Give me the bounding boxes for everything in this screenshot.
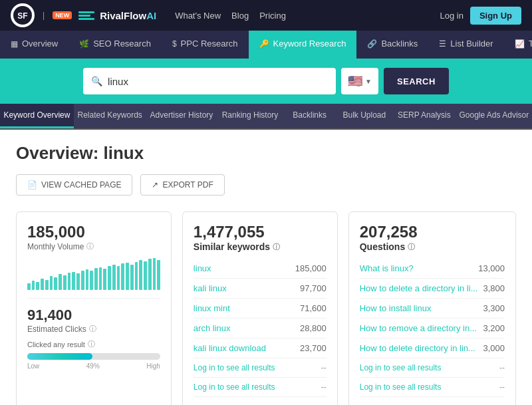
similar-keywords-title: Similar keywords ⓘ xyxy=(194,241,327,252)
subnav-serp-analysis[interactable]: SERP Analysis xyxy=(392,104,456,128)
nav-ppc-research[interactable]: $ PPC Research xyxy=(162,31,249,59)
svg-text:SF: SF xyxy=(17,11,27,21)
subnav-keyword-overview[interactable]: Keyword Overview xyxy=(0,104,74,128)
tracking-icon: 📈 xyxy=(515,39,525,49)
svg-rect-3 xyxy=(78,15,90,17)
search-input-wrapper: 🔍 xyxy=(83,68,336,94)
monthly-info-icon[interactable]: ⓘ xyxy=(86,241,94,251)
question-name-3[interactable]: How to remove a directory in... xyxy=(360,323,478,333)
login-val-0: -- xyxy=(321,363,327,372)
questions-list: What is linux? 13,000 How to delete a di… xyxy=(360,259,505,397)
question-name-2[interactable]: How to install linux xyxy=(360,303,478,313)
subnav-bulk-upload[interactable]: Bulk Upload xyxy=(336,104,392,128)
questions-info-icon[interactable]: ⓘ xyxy=(408,242,415,252)
question-row-3: How to remove a directory in... 3,200 xyxy=(360,319,505,338)
volume-chart xyxy=(27,257,160,290)
login-text-0[interactable]: Log in to see all results xyxy=(194,363,275,372)
similar-keywords-number: 1,477,055 xyxy=(194,223,327,241)
keyword-name-1[interactable]: kali linux xyxy=(194,283,227,293)
question-vol-0: 13,000 xyxy=(478,263,505,273)
question-row-2: How to install linux 3,300 xyxy=(360,299,505,319)
q-login-text-1[interactable]: Log in to see all results xyxy=(360,382,442,392)
signup-button[interactable]: Sign Up xyxy=(470,7,521,25)
nav-seo-label: SEO Research xyxy=(93,39,151,49)
subnav-backlinks[interactable]: Backlinks xyxy=(283,104,336,128)
rivalflow-logo: NEW RivalFlowAI xyxy=(53,9,156,22)
blog-link[interactable]: Blog xyxy=(231,11,249,21)
question-row-4: How to delete directory in lin... 3,000 xyxy=(360,338,505,358)
nav-keyword-label: Keyword Research xyxy=(273,39,346,49)
keyword-name-0[interactable]: linux xyxy=(194,263,211,273)
subnav-advertiser-history[interactable]: Advertiser History xyxy=(146,104,217,128)
spyfu-logo: SF xyxy=(11,3,35,27)
keyword-row-3: arch linux 28,800 xyxy=(194,319,327,338)
country-selector[interactable]: 🇺🇸 ▼ xyxy=(341,68,378,94)
spyfu-logo-area: SF | NEW RivalFlowAI xyxy=(11,3,156,27)
subnav-google-ads-advisor[interactable]: Google Ads Advisor xyxy=(456,104,532,128)
backlinks-icon: 🔗 xyxy=(367,39,377,49)
keyword-vol-3: 28,800 xyxy=(300,323,327,333)
similar-info-icon[interactable]: ⓘ xyxy=(273,242,280,252)
keyword-vol-2: 71,600 xyxy=(300,303,327,313)
nav-list-builder[interactable]: ☰ List Builder xyxy=(428,31,503,59)
sub-navigation: Keyword Overview Related Keywords Advert… xyxy=(0,104,532,130)
q-login-row-0: Log in to see all results -- xyxy=(360,358,505,378)
nav-list-label: List Builder xyxy=(450,39,493,49)
question-name-0[interactable]: What is linux? xyxy=(360,263,473,273)
subnav-related-keywords[interactable]: Related Keywords xyxy=(74,104,146,128)
monthly-volume-label: Monthly Volume ⓘ xyxy=(27,241,160,251)
progress-bar-bg xyxy=(27,353,160,360)
clicked-info-icon[interactable]: ⓘ xyxy=(88,339,95,349)
q-login-text-0[interactable]: Log in to see all results xyxy=(360,363,442,372)
search-input[interactable] xyxy=(108,76,328,87)
search-container: 🔍 🇺🇸 ▼ SEARCH xyxy=(83,68,449,94)
keyword-name-4[interactable]: kali linux download xyxy=(194,343,266,353)
subnav-ranking-history[interactable]: Ranking History xyxy=(217,104,283,128)
question-vol-3: 3,200 xyxy=(483,323,505,333)
export-pdf-button[interactable]: ↗ EXPORT PDF xyxy=(140,174,224,196)
nav-tracking[interactable]: 📈 Tracking xyxy=(504,31,532,59)
login-text-1[interactable]: Log in to see all results xyxy=(194,382,275,392)
keyword-row-4: kali linux download 23,700 xyxy=(194,338,327,358)
svg-rect-4 xyxy=(78,18,94,20)
question-vol-2: 3,300 xyxy=(483,303,505,313)
question-vol-4: 3,000 xyxy=(483,343,505,353)
question-row-0: What is linux? 13,000 xyxy=(360,259,505,279)
login-button[interactable]: Log in xyxy=(440,11,463,21)
action-buttons: 📄 VIEW CACHED PAGE ↗ EXPORT PDF xyxy=(16,174,516,196)
card-divider xyxy=(27,298,160,299)
keyword-name-3[interactable]: arch linux xyxy=(194,323,231,333)
seo-icon: 🌿 xyxy=(79,39,89,49)
svg-rect-2 xyxy=(78,11,94,13)
question-row-1: How to delete a directory in li... 3,800 xyxy=(360,279,505,299)
question-vol-1: 3,800 xyxy=(483,283,505,293)
nav-seo-research[interactable]: 🌿 SEO Research xyxy=(68,31,162,59)
q-login-val-1: -- xyxy=(499,382,505,392)
progress-high-label: High xyxy=(146,362,160,370)
login-row-0: Log in to see all results -- xyxy=(194,358,327,378)
volume-card: 185,000 Monthly Volume ⓘ 91,400 Estimate… xyxy=(16,211,172,405)
page-title-prefix: Overview: xyxy=(16,143,104,163)
top-nav-right: Log in Sign Up xyxy=(440,7,521,25)
nav-keyword-research[interactable]: 🔑 Keyword Research xyxy=(249,31,357,59)
pricing-link[interactable]: Pricing xyxy=(259,11,286,21)
question-name-1[interactable]: How to delete a directory in li... xyxy=(360,283,478,293)
keyword-row-1: kali linux 97,700 xyxy=(194,279,327,299)
keyword-name-2[interactable]: linux mint xyxy=(194,303,230,313)
cache-label: VIEW CACHED PAGE xyxy=(41,180,121,190)
nav-overview[interactable]: ▦ Overview xyxy=(0,31,68,59)
keyword-row-2: linux mint 71,600 xyxy=(194,299,327,319)
nav-backlinks[interactable]: 🔗 Backlinks xyxy=(356,31,428,59)
keyword-vol-4: 23,700 xyxy=(300,343,327,353)
clicks-info-icon[interactable]: ⓘ xyxy=(89,324,96,334)
list-icon: ☰ xyxy=(439,39,446,49)
keyword-vol-0: 185,000 xyxy=(295,263,327,273)
top-navigation: SF | NEW RivalFlowAI What's New Blog Pri… xyxy=(0,0,532,31)
search-button[interactable]: SEARCH xyxy=(384,68,449,94)
view-cached-button[interactable]: 📄 VIEW CACHED PAGE xyxy=(16,174,132,196)
search-bar-area: 🔍 🇺🇸 ▼ SEARCH xyxy=(0,59,532,104)
progress-low-label: Low xyxy=(27,362,39,370)
whats-new-link[interactable]: What's New xyxy=(175,11,221,21)
clicked-result-label: Clicked any result ⓘ xyxy=(27,339,160,349)
question-name-4[interactable]: How to delete directory in lin... xyxy=(360,343,478,353)
